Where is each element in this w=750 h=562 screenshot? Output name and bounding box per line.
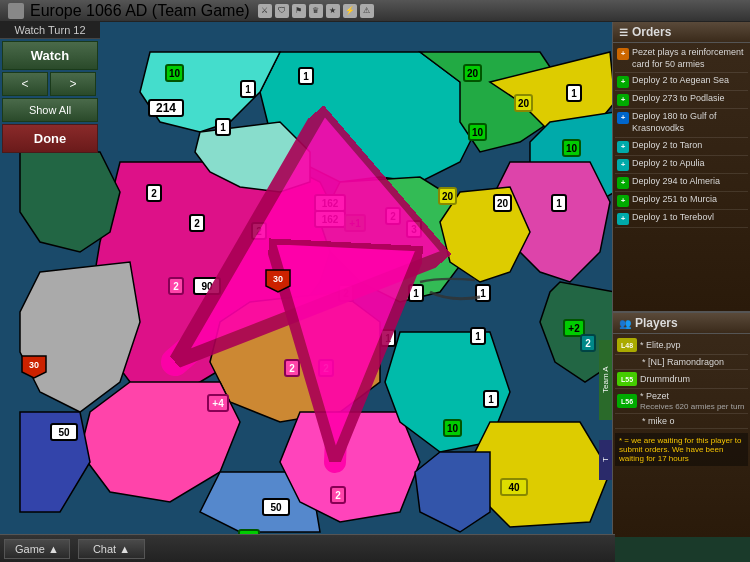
players-panel: 👥 Players L48* Elite.pvp* [NL] Ramondrag… xyxy=(612,312,750,537)
order-text: Deploy 2 to Aegean Sea xyxy=(632,75,729,87)
icon-sword: ⚔ xyxy=(258,4,272,18)
army-badge-20a: 20 xyxy=(463,64,482,82)
army-badge-1c: 1 xyxy=(215,118,231,136)
done-button[interactable]: Done xyxy=(2,124,98,153)
next-button[interactable]: > xyxy=(50,72,96,96)
team-a-label: Team A xyxy=(599,340,612,420)
army-badge-1a: 1 xyxy=(240,80,256,98)
title-icons: ⚔ 🛡 ⚑ ♛ ★ ⚡ ⚠ xyxy=(258,4,374,18)
army-badge-10a: 10 xyxy=(468,123,487,141)
order-item: +Deploy 2 to Apulia xyxy=(615,156,748,174)
army-badge-2j: 2 xyxy=(330,486,346,504)
title-text: Europe 1066 AD (Team Game) xyxy=(30,2,250,20)
order-text: Deploy 251 to Murcia xyxy=(632,194,717,206)
player-name-col: * PezetReceives 620 armies per turn xyxy=(640,391,745,411)
player-badge: L55 xyxy=(617,372,637,386)
order-text: Deploy 2 to Taron xyxy=(632,140,702,152)
road-sign-30a: 30 xyxy=(18,348,50,384)
player-name: * mike o xyxy=(642,416,675,426)
army-badge-3a: 3 xyxy=(406,220,422,238)
watch-button[interactable]: Watch xyxy=(2,41,98,70)
orders-header: ☰ Orders xyxy=(613,22,750,43)
army-badge-1d: 1 xyxy=(566,84,582,102)
order-item: +Deploy 251 to Murcia xyxy=(615,192,748,210)
player-item: L55Drummdrum xyxy=(615,370,748,389)
army-badge-214: 214 xyxy=(148,99,184,117)
orders-panel: ☰ Orders +Pezet plays a reinforcement ca… xyxy=(612,22,750,312)
orders-icon: ☰ xyxy=(619,27,628,38)
game-button[interactable]: Game ▲ xyxy=(4,539,70,559)
army-badge-2e: 2 xyxy=(168,277,184,295)
order-item: +Pezet plays a reinforcement card for 50… xyxy=(615,45,748,73)
order-icon: + xyxy=(617,159,629,171)
army-badge-10c: 10 xyxy=(443,419,462,437)
team-a-text: Team A xyxy=(601,367,610,394)
army-badge-2a: 2 xyxy=(146,184,162,202)
order-icon: + xyxy=(617,177,629,189)
order-icon: + xyxy=(617,112,629,124)
bottom-bar: Game ▲ Chat ▲ xyxy=(0,534,615,562)
player-name-col: * Elite.pvp xyxy=(640,340,681,350)
army-badge-90: 90 xyxy=(193,277,221,295)
team-b-label: T xyxy=(599,440,612,480)
team-b-text: T xyxy=(601,458,610,463)
icon-shield: 🛡 xyxy=(275,4,289,18)
prev-button[interactable]: < xyxy=(2,72,48,96)
order-item: +Deploy 273 to Podlasie xyxy=(615,91,748,109)
chat-button[interactable]: Chat ▲ xyxy=(78,539,145,559)
order-item: +Deploy 1 to Terebovl xyxy=(615,210,748,228)
player-badge: L56 xyxy=(617,394,637,408)
game-container: Europe 1066 AD (Team Game) ⚔ 🛡 ⚑ ♛ ★ ⚡ ⚠ xyxy=(0,0,750,562)
army-badge-50b: 50 xyxy=(262,498,290,516)
army-badge-1f: 1 xyxy=(408,284,424,302)
player-name: * Pezet xyxy=(640,391,745,401)
player-item: * [NL] Ramondragon xyxy=(615,355,748,370)
player-name: * Elite.pvp xyxy=(640,340,681,350)
show-all-button[interactable]: Show All xyxy=(2,98,98,122)
order-icon: + xyxy=(617,48,629,60)
order-icon: + xyxy=(617,94,629,106)
order-icon: + xyxy=(617,76,629,88)
army-badge-2d: 2 xyxy=(385,207,401,225)
army-badge-162b: 162 xyxy=(314,210,346,228)
player-name-col: Drummdrum xyxy=(640,374,690,384)
army-badge-2c: 2 xyxy=(251,222,267,240)
army-badge-20c: 20 xyxy=(438,187,457,205)
order-icon: + xyxy=(617,213,629,225)
order-text: Deploy 294 to Almeria xyxy=(632,176,720,188)
army-badge-1h: 1 xyxy=(380,329,396,347)
army-badge-40: 40 xyxy=(500,478,528,496)
army-badge-plus4: +4 xyxy=(207,394,229,412)
player-name-col: * [NL] Ramondragon xyxy=(642,357,724,367)
army-badge-1i: 1 xyxy=(470,327,486,345)
player-desc: Receives 620 armies per turn xyxy=(640,402,745,411)
player-item: * mike o xyxy=(615,414,748,429)
nav-buttons: < > xyxy=(2,72,98,96)
order-text: Deploy 1 to Terebovl xyxy=(632,212,714,224)
army-badge-1e: 1 xyxy=(551,194,567,212)
army-badge-plus1: +1 xyxy=(344,214,366,232)
order-item: +Deploy 2 to Aegean Sea xyxy=(615,73,748,91)
army-badge-1j: 1 xyxy=(483,390,499,408)
title-bar: Europe 1066 AD (Team Game) ⚔ 🛡 ⚑ ♛ ★ ⚡ ⚠ xyxy=(0,0,750,22)
orders-list: +Pezet plays a reinforcement card for 50… xyxy=(613,43,750,230)
svg-text:30: 30 xyxy=(29,360,39,370)
army-badge-2h: 2 xyxy=(284,359,300,377)
army-badge-1g: 1 xyxy=(475,284,491,302)
players-title: Players xyxy=(635,316,678,330)
game-icon xyxy=(8,3,24,19)
icon-crown: ♛ xyxy=(309,4,323,18)
order-icon: + xyxy=(617,141,629,153)
army-badge-1b: 1 xyxy=(298,67,314,85)
icon-flag: ⚑ xyxy=(292,4,306,18)
order-item: +Deploy 180 to Gulf of Krasnovodks xyxy=(615,109,748,137)
army-badge: 10 xyxy=(165,64,184,82)
svg-text:30: 30 xyxy=(273,274,283,284)
player-item: L48* Elite.pvp xyxy=(615,336,748,355)
icon-bolt: ⚡ xyxy=(343,4,357,18)
watch-turn-label: Watch Turn 12 xyxy=(0,22,100,39)
player-badge: L48 xyxy=(617,338,637,352)
player-name-col: * mike o xyxy=(642,416,675,426)
players-icon: 👥 xyxy=(619,318,631,329)
orders-title: Orders xyxy=(632,25,671,39)
